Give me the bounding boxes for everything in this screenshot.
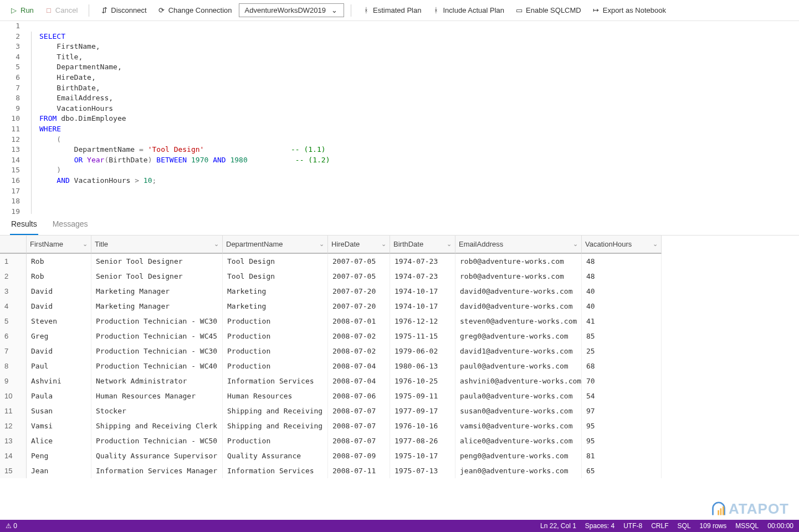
cell[interactable]: Quality Assurance Supervisor — [91, 448, 223, 463]
cell[interactable]: 1974-10-17 — [390, 284, 455, 299]
row-number-header[interactable] — [0, 236, 27, 254]
row-number[interactable]: 14 — [0, 448, 27, 463]
cell[interactable]: Tool Design — [223, 269, 328, 284]
cell[interactable]: david1@adventure-works.com — [455, 344, 582, 359]
row-number[interactable]: 6 — [0, 329, 27, 344]
cell[interactable]: 85 — [582, 329, 662, 344]
cell[interactable]: Stocker — [91, 403, 223, 418]
cell[interactable]: Ashvini — [27, 374, 91, 388]
cell[interactable]: paul0@adventure-works.com — [455, 359, 582, 374]
sqlcmd-button[interactable]: ▭ Enable SQLCMD — [511, 4, 586, 17]
cell[interactable]: David — [27, 344, 91, 359]
cell[interactable]: Steven — [27, 314, 91, 329]
cell[interactable]: 2007-07-20 — [328, 299, 390, 314]
cell[interactable]: Paula — [27, 388, 91, 403]
row-number[interactable]: 11 — [0, 403, 27, 418]
cell[interactable]: 1975-10-17 — [390, 448, 455, 463]
row-number[interactable]: 3 — [0, 284, 27, 299]
cell[interactable]: 65 — [582, 463, 662, 478]
cell[interactable]: Susan — [27, 403, 91, 418]
cell[interactable]: Marketing — [223, 299, 328, 314]
cell[interactable]: paula0@adventure-works.com — [455, 388, 582, 403]
results-pane[interactable]: FirstName⌄Title⌄DepartmentName⌄HireDate⌄… — [0, 236, 799, 520]
cell[interactable]: 41 — [582, 314, 662, 329]
cell[interactable]: 2008-07-04 — [328, 359, 390, 374]
cell[interactable]: 2007-07-05 — [328, 269, 390, 284]
cell[interactable]: Peng — [27, 448, 91, 463]
cell[interactable]: Production — [223, 433, 328, 448]
export-notebook-button[interactable]: ↦ Export as Notebook — [588, 4, 670, 17]
code-area[interactable]: SELECT FirstName, Title, DepartmentName,… — [31, 21, 799, 214]
row-number[interactable]: 9 — [0, 374, 27, 388]
cell[interactable]: Alice — [27, 433, 91, 448]
cell[interactable]: 48 — [582, 254, 662, 269]
cell[interactable]: Marketing Manager — [91, 299, 223, 314]
cell[interactable]: 1975-07-13 — [390, 463, 455, 478]
cell[interactable]: greg0@adventure-works.com — [455, 329, 582, 344]
sql-editor[interactable]: 12345678910111213141516171819 SELECT Fir… — [0, 21, 799, 214]
cell[interactable]: susan0@adventure-works.com — [455, 403, 582, 418]
cell[interactable]: Shipping and Receiving Clerk — [91, 418, 223, 433]
row-number[interactable]: 2 — [0, 269, 27, 284]
status-cursor[interactable]: Ln 22, Col 1 — [540, 522, 576, 530]
cell[interactable]: 25 — [582, 344, 662, 359]
cell[interactable]: David — [27, 299, 91, 314]
cell[interactable]: Paul — [27, 359, 91, 374]
status-problems[interactable]: ⚠ 0 — [6, 522, 17, 530]
results-grid[interactable]: FirstName⌄Title⌄DepartmentName⌄HireDate⌄… — [0, 236, 799, 478]
row-number[interactable]: 8 — [0, 359, 27, 374]
tab-results[interactable]: Results — [10, 214, 38, 235]
cell[interactable]: Information Services Manager — [91, 463, 223, 478]
cell[interactable]: 54 — [582, 388, 662, 403]
cell[interactable]: alice0@adventure-works.com — [455, 433, 582, 448]
cell[interactable]: Greg — [27, 329, 91, 344]
cell[interactable]: 68 — [582, 359, 662, 374]
cell[interactable]: 1975-09-11 — [390, 388, 455, 403]
column-header[interactable]: VacationHours⌄ — [582, 236, 662, 254]
cell[interactable]: Production Technician - WC50 — [91, 433, 223, 448]
actual-plan-button[interactable]: ᚼ Include Actual Plan — [428, 4, 509, 17]
row-number[interactable]: 15 — [0, 463, 27, 478]
cell[interactable]: 1976-12-12 — [390, 314, 455, 329]
cell[interactable]: 1980-06-13 — [390, 359, 455, 374]
status-language[interactable]: SQL — [678, 522, 691, 530]
cell[interactable]: Production Technician - WC30 — [91, 314, 223, 329]
row-number[interactable]: 5 — [0, 314, 27, 329]
cell[interactable]: 2008-07-07 — [328, 403, 390, 418]
cell[interactable]: Production Technician - WC30 — [91, 344, 223, 359]
cell[interactable]: Production Technician - WC40 — [91, 359, 223, 374]
column-header[interactable]: HireDate⌄ — [328, 236, 390, 254]
cell[interactable]: David — [27, 284, 91, 299]
row-number[interactable]: 4 — [0, 299, 27, 314]
cell[interactable]: 81 — [582, 448, 662, 463]
cell[interactable]: 95 — [582, 433, 662, 448]
status-rows[interactable]: 109 rows — [700, 522, 727, 530]
cell[interactable]: 48 — [582, 269, 662, 284]
cell[interactable]: rob0@adventure-works.com — [455, 269, 582, 284]
cell[interactable]: Tool Design — [223, 254, 328, 269]
column-header[interactable]: BirthDate⌄ — [390, 236, 455, 254]
database-select[interactable]: AdventureWorksDW2019 ⌄ — [239, 3, 344, 17]
cell[interactable]: ashvini0@adventure-works.com — [455, 374, 582, 388]
column-header[interactable]: Title⌄ — [91, 236, 223, 254]
row-number[interactable]: 7 — [0, 344, 27, 359]
status-provider[interactable]: MSSQL — [735, 522, 759, 530]
row-number[interactable]: 1 — [0, 254, 27, 269]
cell[interactable]: 2008-07-11 — [328, 463, 390, 478]
cell[interactable]: Quality Assurance — [223, 448, 328, 463]
cell[interactable]: 1977-08-26 — [390, 433, 455, 448]
cell[interactable]: 2008-07-07 — [328, 418, 390, 433]
cell[interactable]: 2008-07-04 — [328, 374, 390, 388]
row-number[interactable]: 12 — [0, 418, 27, 433]
run-button[interactable]: ▷ Run — [6, 4, 38, 17]
cell[interactable]: Rob — [27, 269, 91, 284]
cell[interactable]: Information Services — [223, 374, 328, 388]
cell[interactable]: Production — [223, 329, 328, 344]
disconnect-button[interactable]: ⇵ Disconnect — [96, 4, 151, 17]
status-time[interactable]: 00:00:00 — [767, 522, 793, 530]
cell[interactable]: 97 — [582, 403, 662, 418]
cell[interactable]: 1974-07-23 — [390, 269, 455, 284]
cell[interactable]: Marketing — [223, 284, 328, 299]
row-number[interactable]: 13 — [0, 433, 27, 448]
column-header[interactable]: DepartmentName⌄ — [223, 236, 328, 254]
